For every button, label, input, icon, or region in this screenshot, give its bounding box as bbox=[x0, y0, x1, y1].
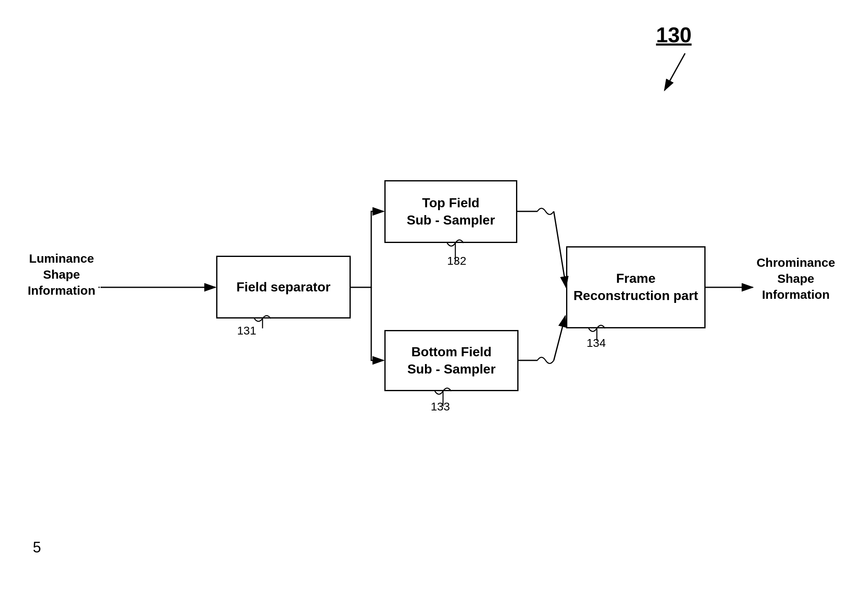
bottom-field-box: Bottom Field Sub - Sampler bbox=[384, 330, 519, 391]
diagram-container: 130 Luminance Shape Information Field se… bbox=[0, 0, 868, 589]
chrominance-label: Chrominance Shape Information bbox=[755, 254, 837, 303]
ref-132: 132 bbox=[447, 254, 466, 268]
svg-line-5 bbox=[554, 211, 566, 287]
ref-133: 133 bbox=[431, 400, 450, 413]
svg-line-1 bbox=[665, 53, 685, 90]
ref-134: 134 bbox=[587, 337, 606, 350]
ref-130-label: 130 bbox=[656, 23, 692, 47]
svg-line-7 bbox=[554, 316, 565, 360]
top-field-box: Top Field Sub - Sampler bbox=[384, 180, 517, 243]
field-separator-box: Field separator bbox=[216, 256, 351, 319]
frame-reconstruction-box: Frame Reconstruction part bbox=[566, 246, 706, 328]
ref-131: 131 bbox=[237, 324, 256, 337]
page-number: 5 bbox=[33, 539, 41, 556]
diagram-svg bbox=[0, 0, 868, 589]
luminance-label: Luminance Shape Information bbox=[25, 250, 98, 298]
